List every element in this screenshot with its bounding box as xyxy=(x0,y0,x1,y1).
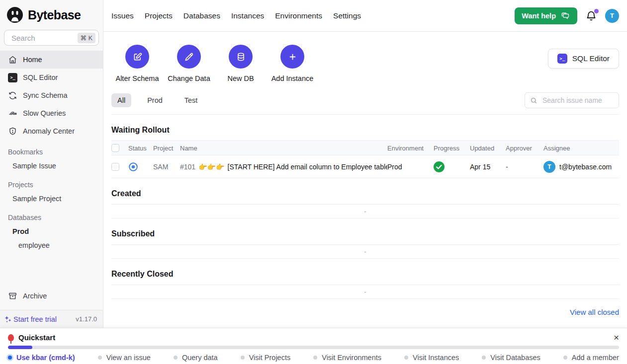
sync-icon xyxy=(8,91,17,100)
issue-name[interactable]: #101 👉👉👉 [START HERE] Add email column t… xyxy=(180,163,387,171)
issue-assignee: T t@bytebase.com xyxy=(543,161,619,173)
top-nav: Issues Projects Databases Instances Envi… xyxy=(111,11,361,20)
section-recently-closed: Recently Closed xyxy=(111,270,619,279)
user-avatar[interactable]: T xyxy=(605,9,619,23)
quickstart-item-label: Visit Instances xyxy=(413,354,459,362)
quickstart-item-use-kbar[interactable]: Use kbar (cmd-k) xyxy=(8,354,75,362)
step-dot-icon xyxy=(482,356,486,360)
sidebar-item-sync-schema[interactable]: Sync Schema xyxy=(0,86,103,104)
issue-approver: - xyxy=(506,163,543,171)
issue-updated: Apr 15 xyxy=(470,163,506,171)
search-icon xyxy=(530,97,537,104)
issue-project: SAM xyxy=(153,163,180,171)
quickstart-progress-track xyxy=(8,346,619,349)
issue-id: #101 xyxy=(180,163,195,171)
quickstart-header: Quickstart × xyxy=(8,333,619,342)
step-dot-icon xyxy=(404,356,408,360)
sidebar-item-label: Sync Schema xyxy=(23,91,67,99)
sidebar-item-sample-project[interactable]: Sample Project xyxy=(0,192,103,206)
bytebase-logo[interactable]: Bytebase xyxy=(0,0,103,29)
sql-editor-button[interactable]: >_ SQL Editor xyxy=(548,49,619,69)
sidebar-item-archive[interactable]: Archive xyxy=(0,287,103,305)
nav-settings[interactable]: Settings xyxy=(333,11,361,20)
sidebar-item-label: Anomaly Center xyxy=(23,127,75,135)
nav-projects[interactable]: Projects xyxy=(145,11,173,20)
sidebar-item-employee[interactable]: employee xyxy=(0,238,103,252)
sidebar-item-label: SQL Editor xyxy=(23,73,58,81)
tab-all[interactable]: All xyxy=(111,93,131,107)
start-free-trial-link[interactable]: Start free trial xyxy=(4,315,57,323)
quickstart-title: Quickstart xyxy=(18,333,55,342)
nav-databases[interactable]: Databases xyxy=(183,11,220,20)
quickstart-item-visit-projects[interactable]: Visit Projects xyxy=(241,354,291,362)
notifications-bell[interactable] xyxy=(585,10,597,22)
quickstart-item-label: Add a member xyxy=(572,354,619,362)
view-all-closed-link[interactable]: View all closed xyxy=(570,308,619,316)
action-label: New DB xyxy=(227,74,254,82)
sidebar-item-sql-editor[interactable]: >_ SQL Editor xyxy=(0,69,103,86)
sidebar-search[interactable]: ⌘ K xyxy=(4,30,99,46)
sparkles-icon xyxy=(4,315,12,323)
quick-actions: Alter Schema Change Data New DB xyxy=(111,45,619,82)
quickstart-item-add-member[interactable]: Add a member xyxy=(563,354,619,362)
issue-table-header: Status Project Name Environment Progress… xyxy=(111,141,619,155)
row-checkbox[interactable] xyxy=(111,163,119,171)
quickstart-item-label: Query data xyxy=(182,354,218,362)
quickstart-item-visit-instances[interactable]: Visit Instances xyxy=(404,354,459,362)
nav-instances[interactable]: Instances xyxy=(231,11,264,20)
section-subscribed: Subscribed xyxy=(111,229,619,238)
tab-test[interactable]: Test xyxy=(179,93,204,107)
want-help-button[interactable]: Want help xyxy=(515,7,577,24)
subscribed-empty: - xyxy=(111,244,619,259)
search-input[interactable] xyxy=(10,33,78,43)
nav-issues[interactable]: Issues xyxy=(111,11,134,20)
tab-prod[interactable]: Prod xyxy=(141,93,169,107)
quickstart-item-view-issue[interactable]: View an issue xyxy=(98,354,151,362)
created-empty: - xyxy=(111,204,619,218)
recently-closed-empty: - xyxy=(111,285,619,299)
issue-search[interactable] xyxy=(525,92,619,108)
new-db-button[interactable]: New DB xyxy=(215,45,267,82)
quickstart-item-visit-databases[interactable]: Visit Databases xyxy=(482,354,540,362)
assignee-avatar: T xyxy=(543,161,555,173)
sidebar-item-sample-issue[interactable]: Sample Issue xyxy=(0,159,103,173)
quickstart-item-label: View an issue xyxy=(106,354,151,362)
filter-row: All Prod Test xyxy=(111,92,619,115)
close-icon[interactable]: × xyxy=(614,333,619,342)
issue-row[interactable]: SAM #101 👉👉👉 [START HERE] Add email colu… xyxy=(111,155,619,178)
turtle-icon xyxy=(8,109,17,118)
sidebar-section-projects: Projects xyxy=(0,178,103,192)
sidebar-item-prod[interactable]: Prod xyxy=(0,224,103,238)
step-dot-icon xyxy=(241,356,245,360)
quickstart-item-query-data[interactable]: Query data xyxy=(174,354,218,362)
issue-search-input[interactable] xyxy=(541,96,614,105)
issue-title: [START HERE] Add email column to Employe… xyxy=(228,163,387,171)
home-icon xyxy=(8,55,17,65)
step-dot-icon xyxy=(174,356,178,360)
step-dot-icon xyxy=(8,356,12,360)
sidebar-item-slow-queries[interactable]: Slow Queries xyxy=(0,104,103,122)
progress-check-icon xyxy=(434,161,445,172)
issue-environment: Prod xyxy=(387,163,434,171)
sidebar-item-label: Home xyxy=(23,56,42,64)
nav-environments[interactable]: Environments xyxy=(275,11,322,20)
quickstart-item-visit-environments[interactable]: Visit Environments xyxy=(313,354,381,362)
quickstart-item-label: Use kbar (cmd-k) xyxy=(16,354,75,362)
view-all-closed-wrap: View all closed xyxy=(111,308,619,317)
sidebar-item-home[interactable]: Home xyxy=(0,51,103,69)
sidebar-item-anomaly-center[interactable]: Anomaly Center xyxy=(0,122,103,140)
select-all-checkbox[interactable] xyxy=(111,144,119,152)
assignee-email: t@bytebase.com xyxy=(559,163,612,171)
add-instance-button[interactable]: Add Instance xyxy=(267,45,318,82)
alter-schema-button[interactable]: Alter Schema xyxy=(111,45,163,82)
pencil-icon xyxy=(177,45,201,69)
home-content: Alter Schema Change Data New DB xyxy=(103,32,627,328)
plus-icon xyxy=(280,45,304,69)
col-assignee: Assignee xyxy=(543,145,619,152)
change-data-button[interactable]: Change Data xyxy=(163,45,215,82)
search-shortcut-badge: ⌘ K xyxy=(78,33,95,43)
sidebar-spacer xyxy=(0,252,103,287)
step-dot-icon xyxy=(98,356,102,360)
edit-square-icon xyxy=(125,45,149,69)
quickstart-bar: Quickstart × Use kbar (cmd-k) View an is… xyxy=(0,328,627,364)
